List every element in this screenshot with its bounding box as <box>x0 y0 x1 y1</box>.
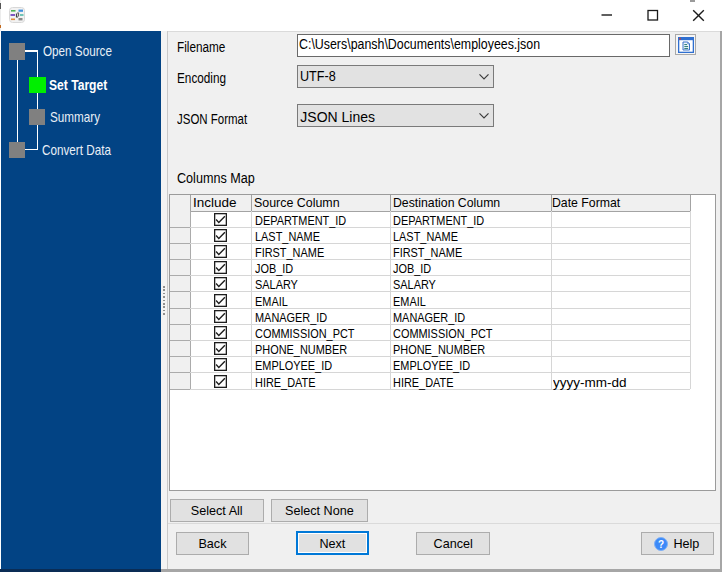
svg-text:?: ? <box>658 538 664 549</box>
